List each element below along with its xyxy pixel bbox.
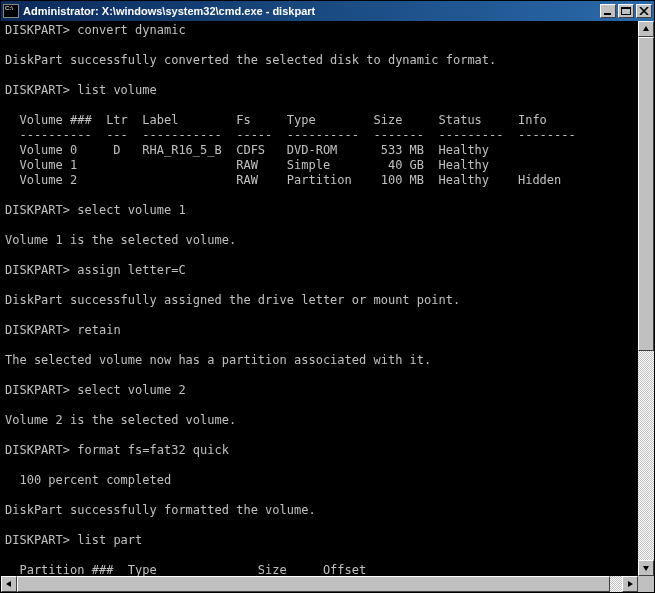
table-row: Volume 2 RAW Partition 100 MB Healthy Hi… bbox=[5, 173, 561, 187]
titlebar-buttons bbox=[600, 4, 652, 18]
svg-rect-2 bbox=[621, 7, 631, 9]
scroll-thumb[interactable] bbox=[638, 37, 654, 351]
console-output[interactable]: DISKPART> convert dynamic DiskPart succe… bbox=[1, 21, 638, 576]
scroll-thumb[interactable] bbox=[17, 576, 610, 592]
prompt: DISKPART> bbox=[5, 203, 70, 217]
table-row: Volume 0 D RHA_R16_5_B CDFS DVD-ROM 533 … bbox=[5, 143, 489, 157]
prompt: DISKPART> bbox=[5, 83, 70, 97]
cmd-icon: C:\ bbox=[3, 4, 19, 18]
scroll-up-button[interactable] bbox=[638, 21, 654, 37]
cmd: list volume bbox=[77, 83, 156, 97]
command-prompt-window: C:\ Administrator: X:\windows\system32\c… bbox=[0, 0, 655, 593]
output-line: DiskPart successfully converted the sele… bbox=[5, 53, 496, 67]
scroll-left-button[interactable] bbox=[1, 576, 17, 592]
prompt: DISKPART> bbox=[5, 533, 70, 547]
output-line: Volume 1 is the selected volume. bbox=[5, 233, 236, 247]
svg-rect-0 bbox=[604, 13, 611, 15]
table-header: Volume ### Ltr Label Fs Type Size Status… bbox=[5, 113, 547, 127]
prompt: DISKPART> bbox=[5, 323, 70, 337]
scroll-down-button[interactable] bbox=[638, 560, 654, 576]
cmd: convert dynamic bbox=[77, 23, 185, 37]
titlebar[interactable]: C:\ Administrator: X:\windows\system32\c… bbox=[1, 1, 654, 21]
content-area: DISKPART> convert dynamic DiskPart succe… bbox=[1, 21, 654, 576]
maximize-button[interactable] bbox=[618, 4, 634, 18]
close-button[interactable] bbox=[636, 4, 652, 18]
scroll-track[interactable] bbox=[17, 576, 622, 592]
scroll-right-button[interactable] bbox=[622, 576, 638, 592]
prompt: DISKPART> bbox=[5, 443, 70, 457]
cmd: select volume 2 bbox=[77, 383, 185, 397]
resize-corner[interactable] bbox=[638, 576, 654, 592]
cmd: list part bbox=[77, 533, 142, 547]
vertical-scrollbar[interactable] bbox=[638, 21, 654, 576]
cmd: retain bbox=[77, 323, 120, 337]
horizontal-scrollbar[interactable] bbox=[1, 576, 654, 592]
cmd: format fs=fat32 quick bbox=[77, 443, 229, 457]
output-line: Volume 2 is the selected volume. bbox=[5, 413, 236, 427]
cmd: assign letter=C bbox=[77, 263, 185, 277]
prompt: DISKPART> bbox=[5, 383, 70, 397]
table-divider: ---------- --- ----------- ----- -------… bbox=[5, 128, 576, 142]
output-line: 100 percent completed bbox=[5, 473, 171, 487]
cmd: select volume 1 bbox=[77, 203, 185, 217]
window-title: Administrator: X:\windows\system32\cmd.e… bbox=[23, 5, 600, 17]
scroll-track[interactable] bbox=[638, 37, 654, 560]
prompt: DISKPART> bbox=[5, 23, 70, 37]
output-line: The selected volume now has a partition … bbox=[5, 353, 431, 367]
table-header: Partition ### Type Size Offset bbox=[5, 563, 366, 576]
minimize-button[interactable] bbox=[600, 4, 616, 18]
output-line: DiskPart successfully formatted the volu… bbox=[5, 503, 316, 517]
prompt: DISKPART> bbox=[5, 263, 70, 277]
table-row: Volume 1 RAW Simple 40 GB Healthy bbox=[5, 158, 489, 172]
output-line: DiskPart successfully assigned the drive… bbox=[5, 293, 460, 307]
